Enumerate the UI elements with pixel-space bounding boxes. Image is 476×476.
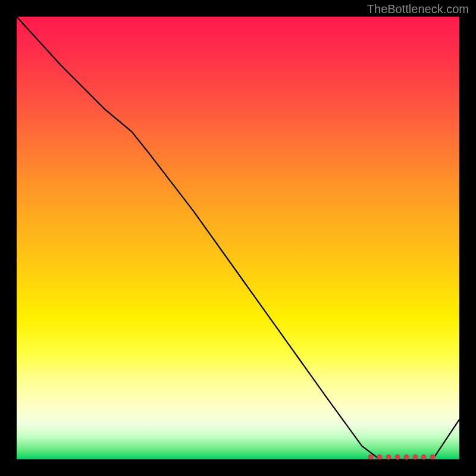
marker-dot: [377, 455, 383, 460]
bottleneck-curve: [17, 17, 459, 459]
marker-dot: [386, 455, 391, 460]
watermark-text: TheBottleneck.com: [367, 2, 469, 16]
plot-area: [17, 17, 459, 459]
marker-dot: [430, 455, 436, 460]
marker-dot: [412, 455, 418, 460]
marker-dot: [394, 455, 400, 460]
marker-dot: [403, 455, 409, 460]
marker-dot: [368, 455, 374, 460]
marker-dot: [421, 455, 427, 460]
